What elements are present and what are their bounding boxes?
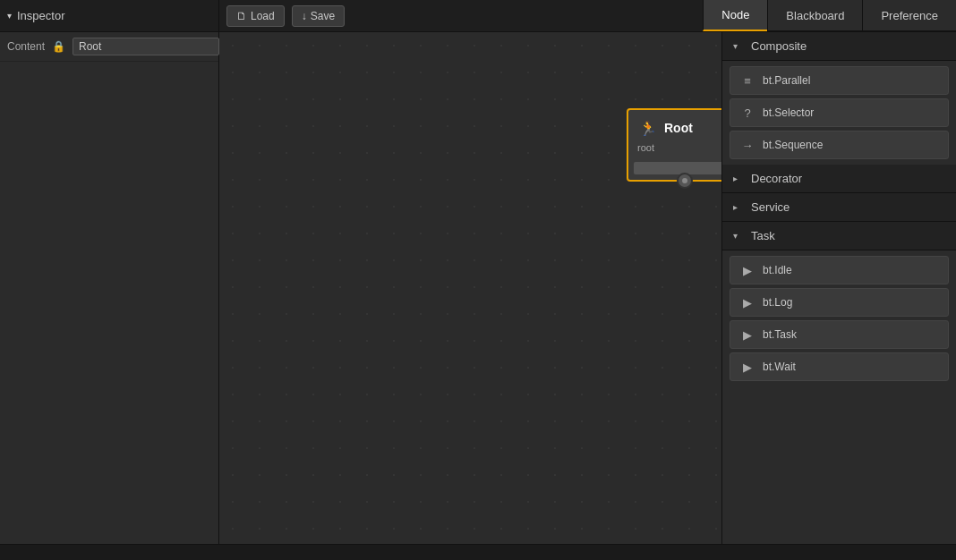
bottom-bar [0, 544, 956, 560]
content-row: Content 🔒 [0, 32, 218, 62]
right-panel: ▾ Composite ≡ bt.Parallel ? bt.Selector … [721, 32, 956, 544]
run-icon: 🏃 [637, 117, 659, 139]
inspector-toggle-icon[interactable]: ▾ [7, 11, 12, 21]
canvas-area[interactable]: 🏃 Root root [219, 32, 721, 544]
selector-icon: ? [739, 105, 755, 121]
bt-wait-item[interactable]: ▶ bt.Wait [730, 352, 949, 381]
save-button[interactable]: ↓ Save [292, 5, 345, 27]
root-node[interactable]: 🏃 Root root [627, 108, 721, 182]
task-body: ▶ bt.Idle ▶ bt.Log ▶ bt.Task ▶ bt.Wait [722, 250, 956, 386]
tab-bar: Node Blackboard Preference [703, 0, 956, 31]
main-area: Content 🔒 🏃 Root root ▾ Composite [0, 32, 956, 544]
name-input[interactable] [73, 38, 219, 55]
service-title: Service [751, 200, 790, 214]
parallel-icon: ≡ [739, 72, 755, 89]
section-task-header[interactable]: ▾ Task [722, 222, 956, 250]
composite-chevron: ▾ [733, 41, 744, 51]
node-subtitle: root [628, 142, 721, 158]
toolbar: 🗋 Load ↓ Save [219, 5, 703, 27]
node-header: 🏃 Root [628, 110, 721, 142]
save-label: Save [311, 10, 335, 22]
connector-inner [682, 178, 687, 183]
load-label: Load [251, 10, 275, 22]
node-connector [677, 173, 693, 189]
idle-icon: ▶ [739, 262, 755, 278]
task-label: bt.Task [763, 328, 797, 341]
inspector-header: ▾ Inspector [0, 0, 219, 31]
lock-icon: 🔒 [52, 40, 65, 53]
bt-selector-item[interactable]: ? bt.Selector [730, 98, 949, 127]
sequence-icon: → [739, 137, 755, 153]
top-bar: ▾ Inspector 🗋 Load ↓ Save Node Blackboar… [0, 0, 956, 32]
inspector-title: Inspector [17, 9, 64, 22]
sequence-label: bt.Sequence [763, 139, 823, 151]
wait-icon: ▶ [739, 359, 755, 375]
section-service-header[interactable]: ▸ Service [722, 193, 956, 222]
bt-idle-item[interactable]: ▶ bt.Idle [730, 256, 949, 284]
content-label: Content [7, 40, 45, 53]
inspector-panel: Content 🔒 [0, 32, 219, 544]
idle-label: bt.Idle [763, 264, 792, 276]
bt-task-item[interactable]: ▶ bt.Task [730, 320, 949, 349]
bt-sequence-item[interactable]: → bt.Sequence [730, 131, 949, 159]
log-label: bt.Log [763, 296, 792, 309]
decorator-chevron: ▸ [733, 174, 744, 183]
load-icon: 🗋 [236, 10, 247, 22]
load-button[interactable]: 🗋 Load [226, 5, 285, 27]
tab-preference[interactable]: Preference [862, 0, 956, 31]
task-title: Task [751, 229, 775, 242]
task-chevron: ▾ [733, 231, 744, 241]
node-footer-bar [634, 162, 721, 174]
service-chevron: ▸ [733, 202, 744, 212]
selector-label: bt.Selector [763, 106, 814, 119]
node-title: Root [664, 121, 693, 135]
save-icon: ↓ [302, 10, 307, 22]
bt-parallel-item[interactable]: ≡ bt.Parallel [730, 66, 949, 95]
log-icon: ▶ [739, 294, 755, 310]
bt-log-item[interactable]: ▶ bt.Log [730, 288, 949, 317]
composite-body: ≡ bt.Parallel ? bt.Selector → bt.Sequenc… [722, 61, 956, 165]
composite-title: Composite [751, 39, 807, 53]
task-icon: ▶ [739, 327, 755, 343]
decorator-title: Decorator [751, 172, 802, 185]
section-composite-header[interactable]: ▾ Composite [722, 32, 956, 61]
parallel-label: bt.Parallel [763, 74, 810, 87]
tab-node[interactable]: Node [703, 0, 767, 31]
wait-label: bt.Wait [763, 361, 796, 373]
section-decorator-header[interactable]: ▸ Decorator [722, 165, 956, 193]
tab-blackboard[interactable]: Blackboard [767, 0, 862, 31]
